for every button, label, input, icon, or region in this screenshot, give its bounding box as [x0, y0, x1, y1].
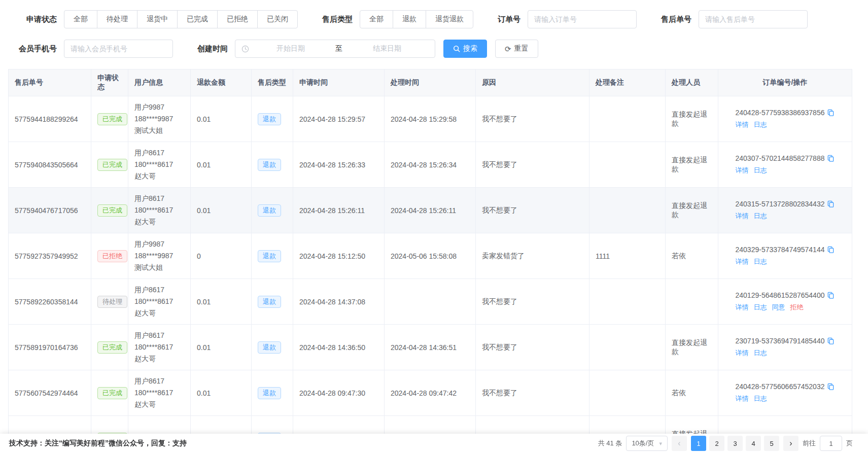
- column-header-2: 用户信息: [128, 69, 191, 96]
- aftersale-no-input[interactable]: [699, 10, 808, 28]
- aftersale-type-badge: 退款: [258, 341, 281, 354]
- goto-page-input[interactable]: [820, 436, 842, 451]
- action-log[interactable]: 日志: [754, 395, 767, 402]
- action-log[interactable]: 日志: [754, 303, 767, 311]
- table-row: 5775940476717056已完成用户8617180****8617赵大哥0…: [9, 188, 852, 233]
- filter-area: 申请状态 全部待处理退货中已完成已拒绝已关闭 售后类型 全部退款退货退款 订单号…: [0, 0, 868, 58]
- copy-icon[interactable]: [827, 292, 835, 299]
- status-option-4[interactable]: 已拒绝: [217, 10, 258, 28]
- start-date-input[interactable]: 开始日期: [249, 44, 332, 53]
- action-agree[interactable]: 同意: [772, 303, 785, 311]
- order-action-cell: 230719-5373694791485440详情日志: [718, 325, 852, 370]
- filter-row-1: 申请状态 全部待处理退货中已完成已拒绝已关闭 售后类型 全部退款退货退款 订单号…: [8, 10, 860, 28]
- next-page-button[interactable]: ›: [783, 436, 798, 451]
- action-detail[interactable]: 详情: [736, 349, 749, 357]
- copy-icon[interactable]: [827, 155, 835, 162]
- status-option-0[interactable]: 全部: [64, 10, 97, 28]
- page-button-4[interactable]: 4: [746, 436, 761, 451]
- goto-label: 前往: [803, 439, 816, 448]
- apply-time-cell: 2024-04-28 14:37:08: [293, 279, 385, 325]
- order-action-cell: 240428-5775604032292864: [718, 416, 852, 434]
- action-detail[interactable]: 详情: [736, 212, 749, 220]
- type-filter-group: 全部退款退货退款: [360, 10, 473, 28]
- action-detail[interactable]: 详情: [736, 395, 749, 402]
- order-no-input[interactable]: [528, 10, 637, 28]
- action-detail[interactable]: 详情: [736, 258, 749, 265]
- order-no: 240329-5733784749574144: [736, 246, 825, 254]
- prev-page-button[interactable]: ‹: [672, 436, 687, 451]
- type-option-2[interactable]: 退货退款: [426, 10, 473, 28]
- order-no: 240428-5775606657452032: [736, 382, 825, 391]
- copy-icon[interactable]: [827, 246, 835, 254]
- aftersale-type-badge: 退款: [258, 296, 281, 308]
- copy-icon[interactable]: [827, 109, 835, 117]
- aftersale-no-cell: [9, 416, 91, 434]
- status-option-5[interactable]: 已关闭: [257, 10, 298, 28]
- user-info-cell: 用户9987188****9987测试大姐: [128, 96, 191, 142]
- column-header-4: 售后类型: [252, 69, 293, 96]
- user-info-line: 测试大姐: [134, 262, 184, 273]
- action-log[interactable]: 日志: [754, 166, 767, 174]
- action-links: 详情日志: [736, 349, 835, 358]
- page-button-2[interactable]: 2: [709, 436, 724, 451]
- aftersale-type-cell: 退款: [252, 416, 293, 434]
- handle-remark-cell: [589, 96, 666, 142]
- user-info-line: 180****8617: [134, 159, 184, 170]
- status-option-2[interactable]: 退货中: [137, 10, 178, 28]
- action-links: 详情日志: [736, 212, 835, 221]
- aftersale-no-cell: 5775940476717056: [9, 188, 91, 233]
- page-button-1[interactable]: 1: [691, 436, 706, 451]
- aftersale-type-badge: 退款: [258, 250, 281, 262]
- action-detail[interactable]: 详情: [736, 121, 749, 128]
- order-no-line: 240307-5702144858277888: [736, 154, 835, 162]
- user-info-cell: 用户8617180****8617赵大哥: [128, 279, 191, 325]
- reason-cell: 我不想要了: [476, 370, 589, 416]
- copy-icon[interactable]: [827, 337, 835, 345]
- order-no-line: 240315-5713728802834432: [736, 200, 835, 208]
- search-icon: [453, 45, 460, 52]
- action-log[interactable]: 日志: [754, 212, 767, 220]
- copy-icon[interactable]: [827, 383, 835, 391]
- page-size-select[interactable]: 10条/页 ▾: [626, 436, 668, 451]
- status-cell: 已完成: [91, 325, 128, 370]
- type-option-0[interactable]: 全部: [360, 10, 393, 28]
- phone-label: 会员手机号: [8, 44, 57, 54]
- handle-time-cell: 2024-04-28 14:36:51: [385, 325, 476, 370]
- action-links: 详情日志: [736, 394, 835, 403]
- page-list: 12345: [691, 436, 779, 451]
- apply-time-cell: 2024-04-28 09:47:30: [293, 370, 385, 416]
- action-detail[interactable]: 详情: [736, 303, 749, 311]
- action-log[interactable]: 日志: [754, 258, 767, 265]
- aftersale-no-cell: 5775891970164736: [9, 325, 91, 370]
- status-cell: 已拒绝: [91, 233, 128, 279]
- type-option-1[interactable]: 退款: [393, 10, 426, 28]
- reset-button[interactable]: ⟳ 重置: [495, 40, 538, 58]
- end-date-input[interactable]: 结束日期: [345, 44, 429, 53]
- page-button-5[interactable]: 5: [764, 436, 779, 451]
- aftersale-no-cell: 5775607542974464: [9, 370, 91, 416]
- handle-time-cell: [385, 416, 476, 434]
- page-button-3[interactable]: 3: [727, 436, 743, 451]
- action-log[interactable]: 日志: [754, 349, 767, 357]
- handler-cell: 若依: [666, 370, 718, 416]
- handle-time-cell: 2024-04-28 09:47:42: [385, 370, 476, 416]
- action-reject[interactable]: 拒绝: [790, 303, 804, 311]
- aftersale-management-page: 申请状态 全部待处理退货中已完成已拒绝已关闭 售后类型 全部退款退货退款 订单号…: [0, 0, 868, 434]
- status-option-3[interactable]: 已完成: [177, 10, 218, 28]
- action-log[interactable]: 日志: [754, 121, 767, 128]
- apply-time-cell: 2024-04-28 14:36:50: [293, 325, 385, 370]
- status-badge: 已完成: [97, 341, 127, 354]
- user-info-cell: 用户8617: [128, 416, 191, 434]
- copy-icon[interactable]: [827, 200, 835, 208]
- date-range-picker[interactable]: 开始日期 至 结束日期: [235, 40, 435, 58]
- table-header-row: 售后单号申请状态用户信息退款金额售后类型申请时间处理时间原因处理备注处理人员订单…: [9, 69, 852, 96]
- create-time-filter: 创建时间 开始日期 至 结束日期: [197, 40, 435, 58]
- status-option-1[interactable]: 待处理: [97, 10, 137, 28]
- status-badge: 已完成: [97, 159, 127, 171]
- phone-input[interactable]: [64, 40, 173, 58]
- action-detail[interactable]: 详情: [736, 166, 749, 174]
- aftersale-no-filter: 售后单号: [661, 10, 808, 28]
- prev-icon: ‹: [678, 439, 680, 447]
- search-button[interactable]: 搜索: [443, 40, 487, 58]
- user-info-cell: 用户8617180****8617赵大哥: [128, 188, 191, 233]
